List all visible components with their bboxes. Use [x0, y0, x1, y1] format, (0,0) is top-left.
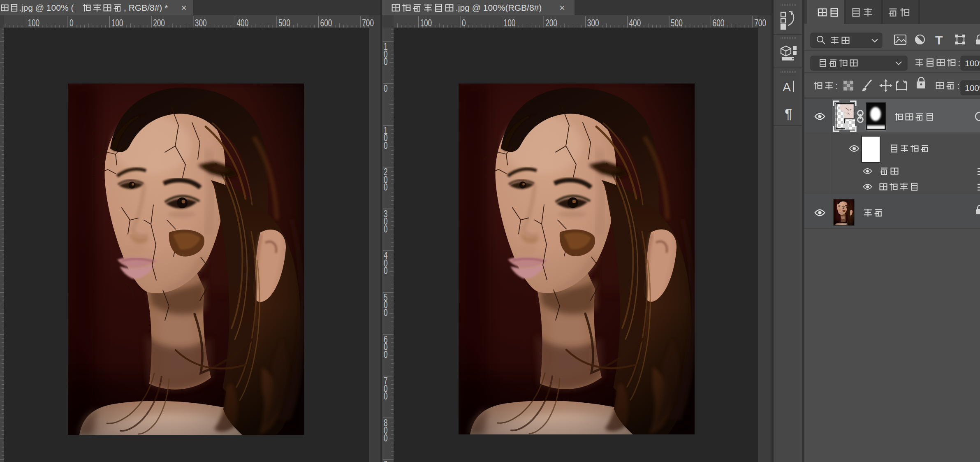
svg-text:0: 0 — [384, 390, 388, 401]
svg-text:0: 0 — [384, 307, 388, 318]
svg-text:9: 9 — [384, 459, 388, 462]
svg-text:0: 0 — [384, 181, 388, 192]
svg-text:¶: ¶ — [785, 106, 792, 121]
svg-text:100: 100 — [504, 17, 516, 28]
svg-text:0: 0 — [384, 83, 388, 93]
svg-text:0: 0 — [384, 265, 388, 276]
svg-text:700: 700 — [754, 17, 766, 28]
svg-text:0: 0 — [462, 17, 466, 28]
svg-text:400: 400 — [629, 17, 641, 28]
svg-text:A: A — [783, 80, 791, 94]
svg-text:T: T — [935, 33, 943, 47]
svg-text:500: 500 — [671, 17, 683, 28]
svg-text:0: 0 — [384, 56, 388, 67]
svg-text:200: 200 — [545, 17, 557, 28]
svg-text::: : — [835, 80, 838, 91]
svg-text:100: 100 — [28, 17, 39, 28]
svg-text:100%: 100% — [965, 58, 980, 68]
svg-text:200: 200 — [153, 17, 165, 28]
svg-text:400: 400 — [236, 17, 248, 28]
svg-text:×: × — [181, 2, 187, 13]
svg-text:0: 0 — [70, 17, 74, 28]
svg-text:500: 500 — [278, 17, 290, 28]
svg-text:300: 300 — [587, 17, 599, 28]
svg-text:0: 0 — [384, 140, 388, 151]
svg-text:100: 100 — [420, 17, 432, 28]
svg-text:600: 600 — [320, 17, 332, 28]
svg-text:100: 100 — [111, 17, 123, 28]
svg-text:300: 300 — [195, 17, 207, 28]
svg-text:0: 0 — [384, 223, 388, 234]
svg-text:700: 700 — [362, 17, 374, 28]
svg-text:.jpg @ 100%(RGB/8#): .jpg @ 100%(RGB/8#) — [456, 3, 542, 12]
svg-text:0: 0 — [384, 432, 388, 443]
svg-text:×: × — [559, 2, 565, 13]
svg-text:100%: 100% — [965, 83, 980, 93]
svg-text:.jpg @ 100% (: .jpg @ 100% ( — [19, 3, 74, 12]
svg-text:, RGB/8#) *: , RGB/8#) * — [124, 3, 168, 12]
svg-text::: : — [957, 80, 960, 91]
svg-text::: : — [958, 57, 961, 68]
svg-text:0: 0 — [384, 349, 388, 360]
svg-text:600: 600 — [713, 17, 725, 28]
